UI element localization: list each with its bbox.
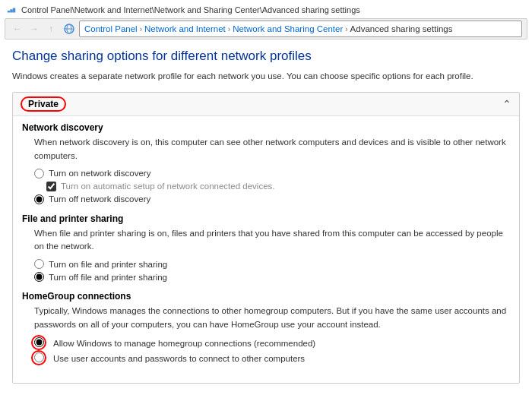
file-printer-sharing-title: File and printer sharing (22, 213, 510, 224)
network-discovery-on-label: Turn on network discovery (49, 169, 150, 178)
file-printer-off-option[interactable]: Turn off file and printer sharing (34, 272, 510, 282)
up-icon: ↑ (49, 24, 53, 34)
up-button[interactable]: ↑ (43, 21, 59, 36)
network-discovery-on-option[interactable]: Turn on network discovery (34, 169, 510, 179)
homegroup-connections-title: HomeGroup connections (22, 291, 510, 302)
file-printer-sharing-desc: When file and printer sharing is on, fil… (34, 227, 510, 254)
breadcrumb-sep-3: › (345, 25, 347, 33)
main-content: Change sharing options for different net… (0, 43, 532, 384)
title-bar: Control Panel\Network and Internet\Netwo… (0, 0, 532, 18)
network-discovery-group: Network discovery When network discovery… (22, 122, 510, 204)
breadcrumb-network-internet[interactable]: Network and Internet (144, 24, 226, 33)
file-printer-off-radio[interactable] (34, 272, 44, 282)
network-discovery-off-radio[interactable] (34, 194, 44, 204)
homegroup-connections-desc: Typically, Windows manages the connectio… (34, 305, 510, 331)
private-profile-section: Private ⌃ Network discovery When network… (12, 92, 520, 384)
homegroup-connections-group: HomeGroup connections Typically, Windows… (22, 291, 510, 365)
breadcrumb: Control Panel › Network and Internet › N… (79, 21, 522, 37)
nav-buttons: ← → ↑ (10, 21, 59, 36)
homegroup-useracc-radio-wrapper (34, 352, 49, 365)
back-button[interactable]: ← (10, 21, 25, 36)
network-discovery-off-option[interactable]: Turn off network discovery (34, 194, 510, 204)
network-discovery-desc: When network discovery is on, this compu… (34, 136, 510, 163)
network-discovery-title: Network discovery (22, 122, 510, 133)
auto-setup-label: Turn on automatic setup of network conne… (61, 182, 274, 191)
auto-setup-checkbox[interactable] (46, 182, 56, 191)
breadcrumb-network-sharing-center[interactable]: Network and Sharing Center (233, 24, 343, 33)
file-printer-on-option[interactable]: Turn on file and printer sharing (34, 259, 510, 269)
svg-rect-2 (13, 8, 16, 12)
breadcrumb-advanced-sharing: Advanced sharing settings (350, 24, 453, 33)
network-discovery-on-radio[interactable] (34, 169, 44, 179)
homegroup-allow-option[interactable]: Allow Windows to manage homegroup connec… (34, 337, 510, 349)
homegroup-allow-radio[interactable] (34, 337, 44, 347)
address-bar: ← → ↑ Control Panel › Network and Intern… (5, 18, 527, 40)
auto-setup-option[interactable]: Turn on automatic setup of network conne… (46, 182, 510, 191)
file-printer-off-label: Turn off file and printer sharing (49, 273, 167, 282)
homegroup-useraccounts-option[interactable]: Use user accounts and passwords to conne… (34, 352, 510, 365)
svg-rect-0 (8, 11, 11, 13)
breadcrumb-sep-1: › (140, 25, 142, 33)
breadcrumb-network-icon (63, 23, 75, 35)
file-printer-sharing-group: File and printer sharing When file and p… (22, 213, 510, 283)
private-profile-label: Private (21, 96, 66, 112)
file-printer-on-radio[interactable] (34, 259, 44, 269)
back-icon: ← (13, 24, 22, 34)
page-title: Change sharing options for different net… (12, 49, 520, 64)
svg-rect-1 (10, 9, 13, 12)
forward-icon: → (30, 24, 39, 34)
private-profile-content: Network discovery When network discovery… (13, 115, 519, 383)
breadcrumb-control-panel[interactable]: Control Panel (84, 24, 138, 33)
forward-button[interactable]: → (27, 21, 42, 36)
homegroup-useracc-label: Use user accounts and passwords to conne… (53, 354, 305, 363)
homegroup-allow-label: Allow Windows to manage homegroup connec… (53, 339, 315, 348)
homegroup-useracc-radio[interactable] (34, 352, 44, 362)
private-profile-header[interactable]: Private ⌃ (13, 93, 519, 115)
titlebar-network-icon (6, 5, 17, 15)
private-collapse-icon: ⌃ (502, 98, 511, 110)
page-description: Windows creates a separate network profi… (12, 70, 520, 83)
file-printer-on-label: Turn on file and printer sharing (49, 260, 167, 269)
title-bar-text: Control Panel\Network and Internet\Netwo… (21, 5, 360, 14)
homegroup-allow-radio-wrapper (34, 337, 49, 349)
breadcrumb-sep-2: › (228, 25, 230, 33)
network-discovery-off-label: Turn off network discovery (49, 194, 150, 204)
